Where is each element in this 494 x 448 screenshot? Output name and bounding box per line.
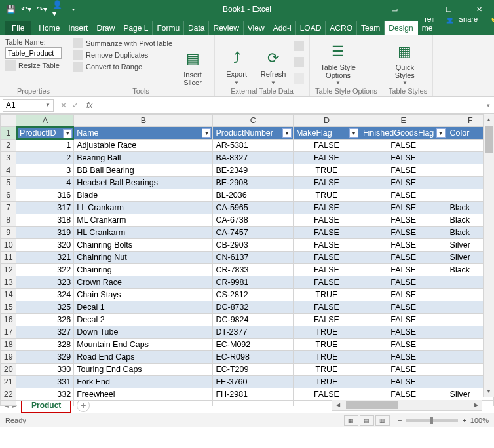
table-row[interactable]: 6 316 Blade BL-2036 TRUE FALSE xyxy=(1,189,494,202)
undo-icon[interactable]: ↶▾ xyxy=(21,4,31,14)
cell[interactable]: CA-5965 xyxy=(213,202,293,214)
save-icon[interactable]: 💾 xyxy=(5,4,16,14)
cell[interactable]: CS-2812 xyxy=(213,289,293,301)
filter-icon[interactable]: ▼ xyxy=(349,128,358,138)
formula-input[interactable] xyxy=(96,99,483,112)
row-header[interactable]: 3 xyxy=(1,152,16,164)
cell[interactable]: 318 xyxy=(16,214,74,227)
cell[interactable]: FALSE xyxy=(293,214,360,227)
table-row[interactable]: 3 2 Bearing Ball BA-8327 FALSE FALSE xyxy=(1,152,494,164)
row-header[interactable]: 6 xyxy=(1,189,16,202)
tab-design[interactable]: Design xyxy=(385,21,417,35)
cell[interactable]: TRUE xyxy=(293,326,360,339)
cell[interactable]: 327 xyxy=(16,326,74,339)
cell[interactable]: FALSE xyxy=(360,164,447,177)
row-header[interactable]: 19 xyxy=(1,351,16,364)
table-row[interactable]: 19 329 Road End Caps EC-R098 TRUE FALSE xyxy=(1,351,494,364)
cell[interactable]: FALSE xyxy=(360,351,447,364)
cell[interactable]: BE-2349 xyxy=(213,164,293,177)
filter-icon[interactable]: ▼ xyxy=(282,128,292,138)
table-row[interactable]: 15 325 Decal 1 DC-8732 FALSE FALSE xyxy=(1,301,494,314)
open-browser-icon[interactable] xyxy=(294,57,304,67)
cell[interactable]: 319 xyxy=(16,227,74,239)
tab-file[interactable]: File xyxy=(5,21,31,35)
cell[interactable]: Headset Ball Bearings xyxy=(74,177,213,189)
table-row[interactable]: 11 321 Chainring Nut CN-6137 FALSE FALSE… xyxy=(1,252,494,264)
tab-load[interactable]: LOAD xyxy=(296,21,326,35)
table-row[interactable]: 22 332 Freewheel FH-2981 FALSE FALSE Sil… xyxy=(1,388,494,401)
cell[interactable]: 330 xyxy=(16,364,74,376)
cell[interactable]: 324 xyxy=(16,289,74,301)
cell[interactable]: 2 xyxy=(16,152,74,164)
tab-review[interactable]: Review xyxy=(209,21,243,35)
filter-icon[interactable]: ▼ xyxy=(202,128,211,138)
cell[interactable]: Adjustable Race xyxy=(74,140,213,152)
table-header-finishedgoods[interactable]: FinishedGoodsFlag▼ xyxy=(360,127,447,140)
row-header[interactable]: 2 xyxy=(1,140,16,152)
cell[interactable]: 326 xyxy=(16,314,74,326)
cell[interactable]: CR-9981 xyxy=(213,276,293,289)
cell[interactable]: FALSE xyxy=(360,177,447,189)
cell[interactable]: Bearing Ball xyxy=(74,152,213,164)
export-button[interactable]: ⤴Export▼ xyxy=(220,38,253,86)
insert-slicer-button[interactable]: ▤Insert Slicer xyxy=(176,38,209,86)
cell[interactable]: 321 xyxy=(16,252,74,264)
summarize-pivot-button[interactable]: Summarize with PivotTable xyxy=(73,38,172,48)
cell[interactable]: EC-M092 xyxy=(213,339,293,351)
cell[interactable]: Freewheel xyxy=(74,388,213,401)
select-all-corner[interactable] xyxy=(1,115,16,127)
table-row[interactable]: 7 317 LL Crankarm CA-5965 FALSE FALSE Bl… xyxy=(1,202,494,214)
vertical-scrollbar[interactable]: ▲ ▼ xyxy=(483,114,494,397)
cell[interactable]: FALSE xyxy=(360,214,447,227)
cell[interactable]: Decal 1 xyxy=(74,301,213,314)
row-header[interactable]: 11 xyxy=(1,252,16,264)
cell[interactable]: FALSE xyxy=(360,388,447,401)
zoom-in-button[interactable]: + xyxy=(462,417,466,424)
cell[interactable]: FALSE xyxy=(293,202,360,214)
cell[interactable]: BB Ball Bearing xyxy=(74,164,213,177)
table-row[interactable]: 5 4 Headset Ball Bearings BE-2908 FALSE … xyxy=(1,177,494,189)
row-header[interactable]: 18 xyxy=(1,339,16,351)
unlink-icon[interactable] xyxy=(294,73,304,84)
cell[interactable]: TRUE xyxy=(293,364,360,376)
cell[interactable]: FALSE xyxy=(293,140,360,152)
tab-page-layout[interactable]: Page L xyxy=(119,21,153,35)
cancel-formula-icon[interactable]: ✕ xyxy=(60,101,67,110)
cell[interactable]: FALSE xyxy=(293,227,360,239)
cell[interactable]: 1 xyxy=(16,140,74,152)
cell[interactable]: FALSE xyxy=(360,364,447,376)
cell[interactable]: FALSE xyxy=(293,252,360,264)
row-header[interactable]: 16 xyxy=(1,314,16,326)
cell[interactable]: DC-9824 xyxy=(213,314,293,326)
table-name-input[interactable] xyxy=(5,47,62,59)
cell[interactable]: Crown Race xyxy=(74,276,213,289)
row-header[interactable]: 15 xyxy=(1,301,16,314)
cell[interactable]: FALSE xyxy=(360,339,447,351)
cell[interactable]: BA-8327 xyxy=(213,152,293,164)
cell[interactable]: TRUE xyxy=(293,189,360,202)
cell[interactable]: Fork End xyxy=(74,376,213,388)
cell[interactable]: FALSE xyxy=(293,177,360,189)
cell[interactable]: 317 xyxy=(16,202,74,214)
cell[interactable]: EC-T209 xyxy=(213,364,293,376)
zoom-out-button[interactable]: − xyxy=(398,417,402,424)
cell[interactable]: 320 xyxy=(16,239,74,252)
tab-acrobat[interactable]: ACRO xyxy=(326,21,357,35)
cell[interactable]: LL Crankarm xyxy=(74,202,213,214)
scroll-up-icon[interactable]: ▲ xyxy=(484,114,494,125)
row-header[interactable]: 7 xyxy=(1,202,16,214)
cell[interactable]: TRUE xyxy=(293,289,360,301)
properties-icon[interactable] xyxy=(294,41,304,51)
ribbon-options-icon[interactable]: ▭ xyxy=(385,0,404,18)
row-header[interactable]: 13 xyxy=(1,276,16,289)
cell[interactable]: BL-2036 xyxy=(213,189,293,202)
hscroll-left-icon[interactable]: ◀ xyxy=(332,400,343,410)
cell[interactable]: Road End Caps xyxy=(74,351,213,364)
cell[interactable]: FALSE xyxy=(360,301,447,314)
cell[interactable]: HL Crankarm xyxy=(74,227,213,239)
resize-table-button[interactable]: Resize Table xyxy=(5,60,62,71)
minimize-button[interactable]: ― xyxy=(404,0,434,18)
cell[interactable]: Chainring Nut xyxy=(74,252,213,264)
row-header[interactable]: 17 xyxy=(1,326,16,339)
tab-data[interactable]: Data xyxy=(184,21,209,35)
